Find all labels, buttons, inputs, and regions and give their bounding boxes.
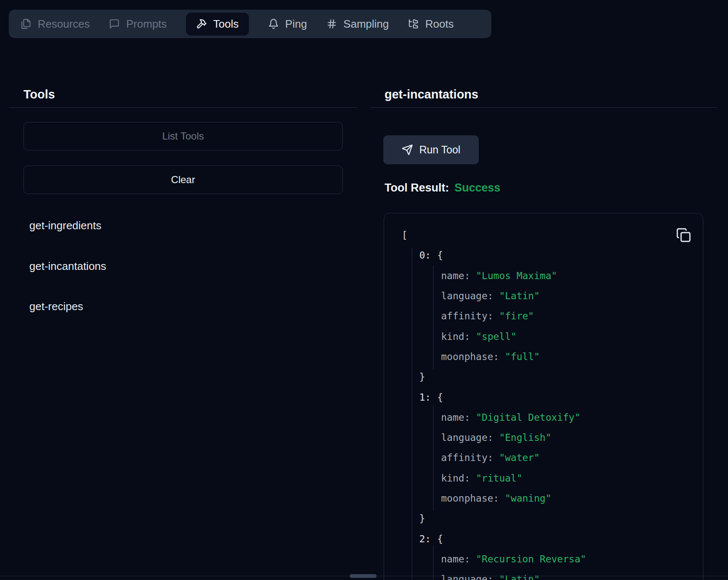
tab-ping[interactable]: Ping [268, 18, 307, 31]
left-panel-divider [9, 107, 357, 108]
horizontal-scrollbar-thumb[interactable] [350, 574, 377, 578]
tab-tools[interactable]: Tools [186, 13, 249, 36]
tab-roots[interactable]: Roots [408, 18, 454, 31]
json-tree: [ 0:{ name:"Lumos Maxima" language:"Lati… [402, 225, 586, 580]
json-object-close: } [402, 508, 586, 528]
tool-result-line: Tool Result: Success [385, 181, 501, 194]
copy-icon [676, 228, 691, 243]
tab-prompts[interactable]: Prompts [109, 18, 167, 31]
tab-label: Roots [425, 18, 454, 31]
tab-resources[interactable]: Resources [21, 18, 90, 31]
right-panel-divider [370, 107, 717, 108]
json-item-index: 0:{ [402, 245, 586, 265]
hash-icon [326, 18, 337, 29]
left-panel-title: Tools [23, 88, 55, 101]
bell-icon [268, 18, 279, 29]
send-icon [402, 144, 413, 155]
tab-sampling[interactable]: Sampling [326, 18, 389, 31]
tool-list-item-get-incantations[interactable]: get-incantations [29, 259, 106, 273]
json-kv-row: language:"English" [402, 427, 586, 448]
tool-result-status-badge: Success [454, 181, 501, 194]
tab-bar: Resources Prompts Tools Ping Sampling [9, 10, 491, 38]
tool-result-label: Tool Result: [385, 181, 449, 194]
json-kv-row: kind:"ritual" [402, 468, 586, 488]
run-tool-label: Run Tool [419, 144, 460, 156]
tab-label: Tools [213, 18, 239, 31]
json-kv-row: affinity:"fire" [402, 306, 586, 326]
files-icon [21, 18, 31, 29]
hammer-icon [196, 18, 207, 29]
json-kv-row: kind:"spell" [402, 326, 586, 346]
json-kv-row: affinity:"water" [402, 448, 586, 468]
tab-label: Prompts [126, 18, 167, 31]
json-kv-row: name:"Lumos Maxima" [402, 266, 586, 286]
tab-label: Ping [285, 18, 307, 31]
tab-label: Sampling [343, 18, 389, 31]
json-kv-row: language:"Latin" [402, 569, 586, 580]
result-json-viewer: [ 0:{ name:"Lumos Maxima" language:"Lati… [384, 213, 703, 580]
json-kv-row: moonphase:"waning" [402, 488, 586, 508]
run-tool-button[interactable]: Run Tool [383, 135, 479, 164]
json-object-close: } [402, 367, 586, 387]
app-window: Resources Prompts Tools Ping Sampling [0, 0, 728, 580]
json-item-index: 1:{ [402, 387, 586, 407]
message-square-icon [109, 18, 120, 29]
tab-label: Resources [38, 18, 90, 31]
json-kv-row: moonphase:"full" [402, 347, 586, 367]
copy-button[interactable] [676, 228, 691, 243]
clear-button[interactable]: Clear [23, 166, 343, 194]
json-kv-row: language:"Latin" [402, 286, 586, 306]
json-kv-row: name:"Recursion Reversa" [402, 549, 586, 569]
tool-list-item-get-recipes[interactable]: get-recipes [29, 299, 83, 313]
json-kv-row: name:"Digital Detoxify" [402, 407, 586, 427]
tool-list-item-get-ingredients[interactable]: get-ingredients [29, 218, 101, 233]
list-tools-button[interactable]: List Tools [23, 122, 343, 150]
selected-tool-title: get-incantations [385, 88, 478, 101]
json-item-index: 2:{ [402, 528, 586, 549]
json-array-open: [ [402, 225, 586, 245]
folder-tree-icon [408, 18, 419, 29]
